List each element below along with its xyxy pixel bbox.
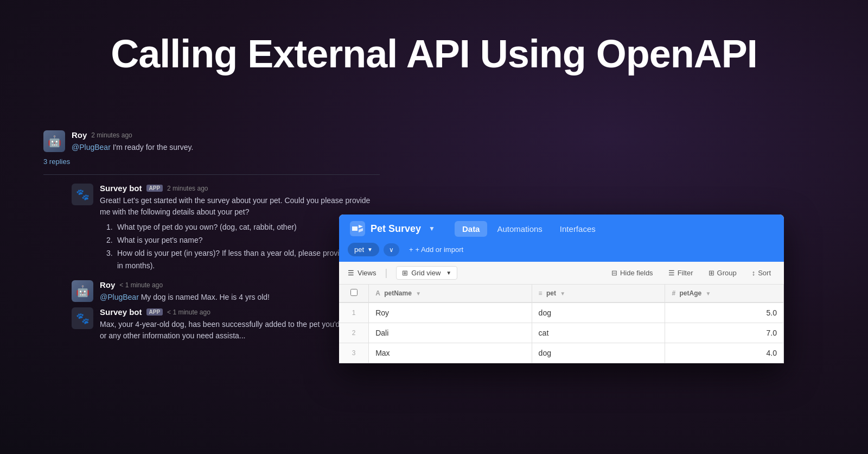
group-icon: ⊞ bbox=[709, 269, 714, 277]
filter-button[interactable]: ☰ Filter bbox=[664, 267, 698, 279]
avatar-roy-1: 🤖 bbox=[43, 130, 65, 152]
sort-icon: ↕ bbox=[752, 269, 756, 277]
replies-indicator[interactable]: 3 replies bbox=[43, 157, 380, 166]
chat-content-4: Survey bot APP < 1 minute ago Max, your … bbox=[100, 307, 380, 342]
cell-petage-2[interactable]: 7.0 bbox=[665, 323, 784, 343]
grid-icon: ⊞ bbox=[402, 269, 408, 277]
view-controls: ⊟ Hide fields ☰ Filter ⊞ Group ↕ Sort bbox=[607, 267, 775, 279]
nav-item-data[interactable]: Data bbox=[455, 221, 488, 237]
cell-pet-1[interactable]: dog bbox=[532, 302, 665, 323]
avatar-bot-4: 🐾 bbox=[72, 307, 93, 329]
filter-label: Filter bbox=[678, 269, 693, 277]
cell-pet-3[interactable]: dog bbox=[532, 343, 665, 363]
view-bar: ☰ Views | ⊞ Grid view ▼ ⊟ Hide fields ☰ … bbox=[339, 262, 784, 285]
cell-petname-1[interactable]: Roy bbox=[369, 302, 532, 323]
chat-text-2: Great! Let's get started with the survey… bbox=[100, 195, 380, 218]
page-title: Calling External API Using OpenAPI bbox=[0, 33, 868, 75]
grid-view-button[interactable]: ⊞ Grid view ▼ bbox=[396, 266, 457, 280]
pet-col-icon: ≡ bbox=[539, 289, 542, 297]
add-icon: + bbox=[409, 245, 413, 254]
col-header-petname: A petName ▼ bbox=[369, 285, 532, 302]
sender-name-1: Roy bbox=[72, 130, 87, 140]
add-or-import-button[interactable]: + + Add or import bbox=[404, 243, 469, 256]
chat-indent-4: 🐾 Survey bot APP < 1 minute ago Max, you… bbox=[43, 307, 380, 342]
table-tab-pet[interactable]: pet ▼ bbox=[348, 243, 379, 256]
chat-time-4: < 1 minute ago bbox=[167, 308, 210, 316]
table-row[interactable]: 2 Dali cat 7.0 bbox=[339, 323, 784, 343]
table-row[interactable]: 3 Max dog 4.0 bbox=[339, 343, 784, 363]
sender-name-4: Survey bot bbox=[100, 307, 142, 317]
avatar-bot-2: 🐾 bbox=[72, 184, 93, 205]
mention-3: @PlugBear bbox=[100, 293, 139, 301]
chat-message-3: 🤖 Roy < 1 minute ago @PlugBear My dog is… bbox=[72, 280, 380, 303]
petage-sort-icon: ▼ bbox=[705, 291, 711, 297]
row-num-2: 2 bbox=[339, 323, 369, 343]
airtable-header: Pet Survey ▼ Data Automations Interfaces bbox=[339, 215, 784, 243]
view-separator: | bbox=[385, 267, 387, 279]
mention-1: @PlugBear bbox=[72, 143, 111, 152]
select-all-checkbox[interactable] bbox=[350, 289, 358, 296]
petname-col-label: petName bbox=[384, 289, 412, 297]
pet-col-label: pet bbox=[546, 289, 556, 297]
table-row[interactable]: 1 Roy dog 5.0 bbox=[339, 302, 784, 323]
chat-text-content-3: My dog is named Max. He is 4 yrs old! bbox=[141, 293, 270, 301]
chat-time-1: 2 minutes ago bbox=[91, 131, 132, 139]
chat-message-4: 🐾 Survey bot APP < 1 minute ago Max, you… bbox=[72, 307, 380, 342]
hide-fields-button[interactable]: ⊟ Hide fields bbox=[607, 267, 658, 279]
sort-label: Sort bbox=[758, 269, 771, 277]
table-tab-caret[interactable]: ∨ bbox=[384, 243, 399, 256]
table-tab-dropdown-icon: ▼ bbox=[367, 247, 373, 253]
grid-label: Grid view bbox=[411, 269, 441, 277]
chat-text-3: @PlugBear My dog is named Max. He is 4 y… bbox=[100, 292, 380, 303]
chat-indent-2: 🐾 Survey bot APP 2 minutes ago Great! Le… bbox=[43, 184, 380, 276]
chat-header-3: Roy < 1 minute ago bbox=[100, 280, 380, 289]
add-label: + Add or import bbox=[416, 245, 464, 254]
cell-pet-2[interactable]: cat bbox=[532, 323, 665, 343]
hide-fields-label: Hide fields bbox=[620, 269, 653, 277]
cell-petage-1[interactable]: 5.0 bbox=[665, 302, 784, 323]
sort-button[interactable]: ↕ Sort bbox=[748, 267, 775, 279]
sender-name-3: Roy bbox=[100, 280, 115, 289]
petage-col-label: petAge bbox=[679, 289, 701, 297]
chat-message-2: 🐾 Survey bot APP 2 minutes ago Great! Le… bbox=[72, 184, 380, 276]
table-body: 1 Roy dog 5.0 2 Dali cat 7.0 3 Max dog 4… bbox=[339, 302, 784, 363]
chat-header-4: Survey bot APP < 1 minute ago bbox=[100, 307, 380, 317]
chat-time-2: 2 minutes ago bbox=[167, 185, 208, 192]
petname-col-icon: A bbox=[375, 289, 380, 297]
col-header-petage: # petAge ▼ bbox=[665, 285, 784, 302]
chat-panel: 🤖 Roy 2 minutes ago @PlugBear I'm ready … bbox=[43, 130, 380, 346]
airtable-logo: Pet Survey ▼ bbox=[350, 221, 435, 236]
views-icon: ☰ bbox=[348, 269, 354, 277]
chat-text-content-1: I'm ready for the survey. bbox=[113, 143, 194, 152]
sender-name-2: Survey bot bbox=[100, 184, 142, 193]
cell-petname-2[interactable]: Dali bbox=[369, 323, 532, 343]
views-button[interactable]: ☰ Views bbox=[348, 269, 376, 277]
group-button[interactable]: ⊞ Group bbox=[704, 267, 741, 279]
airtable-title: Pet Survey bbox=[371, 223, 421, 235]
petage-col-icon: # bbox=[672, 289, 675, 297]
chat-header-1: Roy 2 minutes ago bbox=[72, 130, 380, 140]
airtable-title-caret[interactable]: ▼ bbox=[429, 225, 435, 232]
chat-message-1: 🤖 Roy 2 minutes ago @PlugBear I'm ready … bbox=[43, 130, 380, 153]
row-num-1: 1 bbox=[339, 302, 369, 323]
views-label: Views bbox=[358, 269, 376, 277]
cell-petage-3[interactable]: 4.0 bbox=[665, 343, 784, 363]
filter-icon: ☰ bbox=[668, 269, 675, 277]
chat-content-3: Roy < 1 minute ago @PlugBear My dog is n… bbox=[100, 280, 380, 303]
data-table: A petName ▼ ≡ pet ▼ # petAge ▼ 1 Roy dog bbox=[339, 285, 784, 363]
chat-divider bbox=[43, 174, 380, 175]
col-header-pet: ≡ pet ▼ bbox=[532, 285, 665, 302]
cell-petname-3[interactable]: Max bbox=[369, 343, 532, 363]
nav-item-interfaces[interactable]: Interfaces bbox=[552, 221, 603, 237]
nav-item-automations[interactable]: Automations bbox=[489, 221, 550, 237]
chat-text-4: Max, your 4-year-old dog, has been succe… bbox=[100, 319, 380, 342]
avatar-roy-3: 🤖 bbox=[72, 280, 93, 302]
chat-time-3: < 1 minute ago bbox=[119, 281, 163, 289]
airtable-nav: Data Automations Interfaces bbox=[455, 221, 603, 237]
petname-sort-icon: ▼ bbox=[416, 291, 421, 297]
hide-fields-icon: ⊟ bbox=[611, 269, 617, 277]
chat-text-1: @PlugBear I'm ready for the survey. bbox=[72, 142, 380, 153]
col-header-checkbox bbox=[339, 285, 369, 302]
group-label: Group bbox=[717, 269, 737, 277]
chat-content-1: Roy 2 minutes ago @PlugBear I'm ready fo… bbox=[72, 130, 380, 153]
